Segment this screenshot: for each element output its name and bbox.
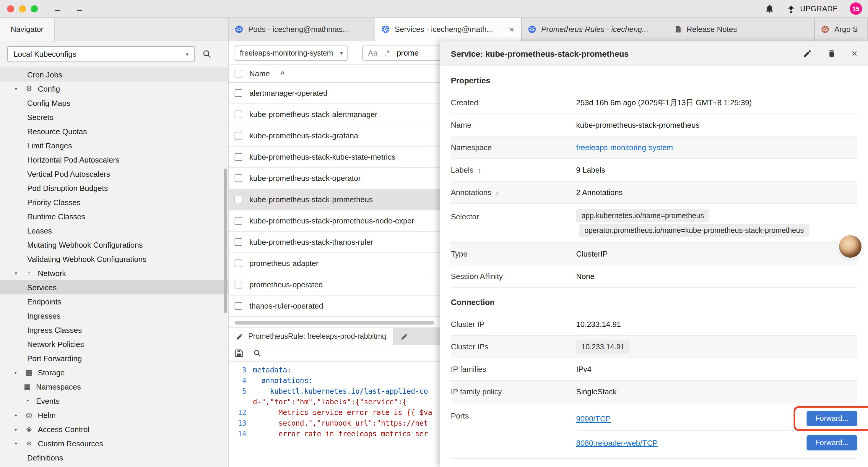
sidebar-item-resource-quotas[interactable]: Resource Quotas	[0, 124, 228, 138]
namespace-link[interactable]: freeleaps-monitoring-system	[576, 143, 673, 152]
chevron-right-icon[interactable]: ▸	[12, 412, 20, 418]
table-row-kube-prometheus-stack-prometheus-node-ex[interactable]: kube-prometheus-stack-prometheus-node-ex…	[229, 210, 440, 232]
sidebar-item-vertical-pod-autoscalers[interactable]: Vertical Pod Autoscalers	[0, 167, 228, 181]
yaml-editor[interactable]: 3metadata:4 annotations:5 kubectl.kubern…	[229, 362, 440, 467]
port-link[interactable]: 8080:reloader-web/TCP	[576, 438, 658, 447]
case-sensitive-toggle[interactable]: Aa	[368, 49, 378, 57]
table-row-kube-prometheus-stack-operator[interactable]: kube-prometheus-stack-operator	[229, 168, 440, 189]
sidebar-item-mutating-webhook-configurations[interactable]: Mutating Webhook Configurations	[0, 238, 228, 252]
upgrade-button[interactable]: UPGRADE	[786, 4, 838, 13]
tab-close-icon[interactable]: ×	[508, 25, 515, 34]
sidebar-item-priority-classes[interactable]: Priority Classes	[0, 195, 228, 209]
close-icon[interactable]: ×	[851, 49, 857, 59]
port-link[interactable]: 9090/TCP	[576, 414, 611, 423]
dock-tab-prometheusrule[interactable]: PrometheusRule: freeleaps-prod-rabbitmq	[229, 328, 394, 345]
table-row-kube-prometheus-stack-alertmanager[interactable]: kube-prometheus-stack-alertmanager	[229, 104, 440, 125]
sidebar-item-config-maps[interactable]: Config Maps	[0, 96, 228, 110]
table-row-prometheus-operated[interactable]: prometheus-operated	[229, 274, 440, 296]
expand-collapse-icon[interactable]: ↕	[478, 167, 481, 174]
editor-tabs: Pods - icecheng@mathmas...Services - ice…	[229, 18, 868, 41]
sidebar-item-helm[interactable]: ▸◎Helm	[0, 408, 228, 422]
sidebar-item-endpoints[interactable]: Endpoints	[0, 294, 228, 309]
sidebar-item-network-policies[interactable]: Network Policies	[0, 337, 228, 351]
tab-services-icecheng-math[interactable]: Services - icecheng@math...×	[375, 18, 522, 41]
sidebar-item-access-control[interactable]: ▸◈Access Control	[0, 422, 228, 436]
table-row-kube-prometheus-stack-grafana[interactable]: kube-prometheus-stack-grafana	[229, 125, 440, 147]
horizontal-scrollbar[interactable]	[235, 321, 434, 324]
sidebar-item-namespaces[interactable]: ▦Namespaces	[0, 380, 228, 394]
maximize-window-button[interactable]	[31, 5, 38, 12]
tab-prometheus-rules-icecheng[interactable]: Prometheus Rules - icecheng...	[522, 18, 668, 41]
sidebar-scrollbar[interactable]	[224, 169, 227, 313]
search-input[interactable]: Aa .* prome	[362, 45, 440, 61]
kubernetes-icon	[381, 25, 390, 34]
tab-release-notes[interactable]: Release Notes	[668, 18, 815, 41]
regex-toggle[interactable]: .*	[385, 49, 390, 57]
sidebar-item-horizontal-pod-autoscalers[interactable]: Horizontal Pod Autoscalers	[0, 152, 228, 167]
row-checkbox[interactable]	[235, 89, 242, 97]
sidebar-item-config[interactable]: ▾⚙Config	[0, 82, 228, 96]
user-avatar[interactable]	[839, 235, 862, 258]
bell-icon[interactable]	[765, 4, 775, 13]
sidebar-item-ingresses[interactable]: Ingresses	[0, 309, 228, 323]
sidebar-item-events[interactable]: ◔Events	[0, 394, 228, 408]
sidebar-item-cron-jobs[interactable]: Cron Jobs	[0, 67, 228, 82]
dock-tab-next[interactable]	[394, 328, 440, 345]
table-row-kube-prometheus-stack-kube-state-metrics[interactable]: kube-prometheus-stack-kube-state-metrics	[229, 147, 440, 168]
sidebar-item-validating-webhook-configurations[interactable]: Validating Webhook Configurations	[0, 252, 228, 266]
namespace-filter-select[interactable]: freeleaps-monitoring-system ▾	[235, 45, 348, 61]
sidebar-item-pod-disruption-budgets[interactable]: Pod Disruption Budgets	[0, 181, 228, 195]
sidebar-item-runtime-classes[interactable]: Runtime Classes	[0, 209, 228, 224]
sidebar-item-services[interactable]: Services	[0, 280, 228, 294]
table-row-kube-prometheus-stack-thanos-ruler[interactable]: kube-prometheus-stack-thanos-ruler	[229, 232, 440, 253]
chevron-down-icon[interactable]: ▾	[12, 441, 20, 446]
forward-button[interactable]: Forward...	[806, 411, 857, 426]
chevron-down-icon[interactable]: ▾	[12, 270, 20, 276]
sidebar-item-secrets[interactable]: Secrets	[0, 110, 228, 124]
row-checkbox[interactable]	[235, 111, 242, 118]
row-checkbox[interactable]	[235, 132, 242, 140]
row-checkbox[interactable]	[235, 196, 242, 203]
sidebar-item-storage[interactable]: ▸▤Storage	[0, 365, 228, 380]
kubeconfig-select[interactable]: Local Kubeconfigs ▾	[7, 46, 195, 62]
table-row-kube-prometheus-stack-prometheus[interactable]: kube-prometheus-stack-prometheus	[229, 189, 440, 210]
tab-argo-s[interactable]: Argo S	[815, 18, 868, 41]
forward-button[interactable]: Forward...	[806, 435, 857, 450]
row-checkbox[interactable]	[235, 302, 242, 310]
row-checkbox[interactable]	[235, 174, 242, 182]
close-window-button[interactable]	[7, 5, 14, 12]
delete-icon[interactable]	[827, 49, 836, 58]
sidebar-item-ingress-classes[interactable]: Ingress Classes	[0, 323, 228, 337]
navigator-label[interactable]: Navigator	[0, 18, 55, 41]
row-checkbox[interactable]	[235, 260, 242, 267]
back-button[interactable]: ←	[53, 4, 62, 13]
sidebar-item-definitions[interactable]: Definitions	[0, 450, 228, 465]
table-row-alertmanager-operated[interactable]: alertmanager-operated	[229, 83, 440, 104]
row-checkbox[interactable]	[235, 238, 242, 246]
edit-icon[interactable]	[803, 49, 812, 58]
editor-search-icon[interactable]	[253, 349, 262, 358]
table-row-prometheus-adapter[interactable]: prometheus-adapter	[229, 253, 440, 274]
catalog-search-icon[interactable]	[202, 49, 212, 59]
property-label: Selector	[451, 207, 576, 221]
notification-badge[interactable]: 15	[850, 2, 862, 15]
sidebar-item-limit-ranges[interactable]: Limit Ranges	[0, 138, 228, 152]
forward-button[interactable]: →	[75, 4, 84, 13]
sidebar-item-network[interactable]: ▾↕Network	[0, 266, 228, 280]
sidebar-item-leases[interactable]: Leases	[0, 224, 228, 238]
select-all-checkbox[interactable]	[235, 70, 242, 78]
row-checkbox[interactable]	[235, 217, 242, 225]
chevron-down-icon[interactable]: ▾	[12, 86, 20, 91]
tab-pods-icecheng-mathmas[interactable]: Pods - icecheng@mathmas...	[229, 18, 375, 41]
chevron-right-icon[interactable]: ▸	[12, 427, 20, 432]
save-icon[interactable]	[235, 349, 243, 358]
row-checkbox[interactable]	[235, 153, 242, 161]
sidebar-item-port-forwarding[interactable]: Port Forwarding	[0, 351, 228, 365]
chevron-right-icon[interactable]: ▸	[12, 370, 20, 375]
row-checkbox[interactable]	[235, 281, 242, 289]
table-row-thanos-ruler-operated[interactable]: thanos-ruler-operated	[229, 296, 440, 317]
sidebar-item-custom-resources[interactable]: ▾∗Custom Resources	[0, 436, 228, 450]
name-column-header[interactable]: Name	[249, 69, 270, 78]
expand-collapse-icon[interactable]: ↕	[495, 189, 499, 196]
minimize-window-button[interactable]	[19, 5, 26, 12]
